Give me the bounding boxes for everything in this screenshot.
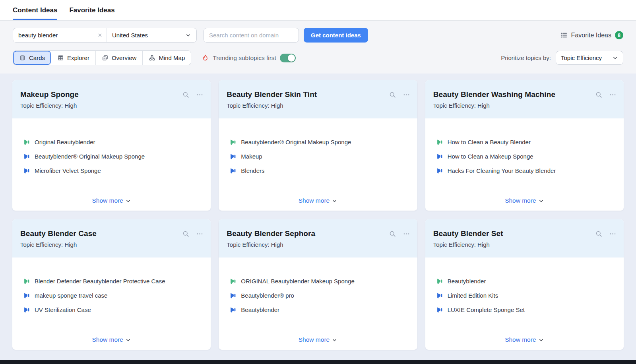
topic-item[interactable]: Beautyblender® pro [230,291,406,300]
search-icon[interactable] [389,230,396,238]
show-more-link[interactable]: Show more [299,336,337,345]
more-options-icon[interactable] [403,230,410,238]
topic-item[interactable]: LUXIE Complete Sponge Set [436,305,613,314]
search-icon[interactable] [389,91,396,99]
chevron-down-icon [612,55,618,61]
megaphone-icon [436,292,443,299]
more-options-icon[interactable] [609,91,617,99]
topic-item[interactable]: How to Clean a Beauty Blender [436,137,613,147]
topic-item[interactable]: Beautyblender [230,305,406,314]
topic-efficiency-label: Topic Efficiency: High [433,241,616,248]
country-select-value: United States [112,32,148,39]
megaphone-icon [23,292,30,299]
prioritize-select-value: Topic Efficiency [561,54,602,61]
card-actions [389,230,410,238]
clear-keyword-icon[interactable] [97,33,103,38]
megaphone-icon [436,139,443,145]
topic-item-label: How to Clean a Beauty Blender [448,137,531,147]
megaphone-icon [436,306,443,313]
mind-map-icon [149,54,155,61]
topic-item-label: Blenders [241,166,264,175]
topic-card-header: Beauty Blender Set Topic Efficiency: Hig… [425,219,624,258]
topic-item[interactable]: Beautyblender [436,277,613,286]
show-more-label: Show more [299,336,330,343]
tab-favorite-ideas[interactable]: Favorite Ideas [69,0,114,20]
topic-item[interactable]: UV Sterilization Case [23,305,200,314]
favorite-ideas-button[interactable]: Favorite Ideas 8 [560,31,623,39]
megaphone-icon [23,167,30,174]
topic-item[interactable]: Beautyblender® Original Makeup Sponge [230,137,406,147]
topic-efficiency-label: Topic Efficiency: High [227,241,409,248]
search-icon[interactable] [182,91,190,99]
tab-content-ideas[interactable]: Content Ideas [13,0,57,20]
get-content-ideas-button[interactable]: Get content ideas [304,28,368,43]
chevron-down-icon [125,337,131,343]
prioritize-select[interactable]: Topic Efficiency [556,51,623,65]
topic-item[interactable]: Blender Defender Beautyblender Protectiv… [23,277,200,286]
topic-efficiency-label: Topic Efficiency: High [433,102,616,109]
view-overview-button[interactable]: Overview [96,51,143,65]
show-more-link[interactable]: Show more [505,336,544,345]
topic-card-title: Beauty Blender Skin Tint [227,90,409,99]
topic-item[interactable]: makeup sponge travel case [23,291,200,300]
toggle-knob [288,54,295,62]
more-options-icon[interactable] [609,230,617,238]
show-more-link[interactable]: Show more [92,336,131,345]
topic-item[interactable]: Microfiber Velvet Sponge [23,166,200,175]
filter-section: United States Get content ideas Favorite… [0,21,636,74]
card-actions [182,230,204,238]
cards-area: Makeup Sponge Topic Efficiency: High [0,74,636,360]
megaphone-icon [23,306,30,313]
topic-list: ORIGINAL Beautyblender Makeup Sponge Bea… [230,277,406,314]
search-icon[interactable] [595,230,603,238]
topic-card-body: Beautyblender Limited Edition Kits LUXIE… [425,258,624,350]
view-switcher: Cards Explorer [13,50,191,65]
view-explorer-button[interactable]: Explorer [51,51,96,65]
show-more-link[interactable]: Show more [92,197,131,206]
show-more-label: Show more [92,197,123,204]
show-more-link[interactable]: Show more [505,197,544,206]
search-icon[interactable] [182,230,190,238]
card-actions [389,91,410,99]
topic-item-label: Beautyblender [241,305,279,314]
topic-card: Beauty Blender Set Topic Efficiency: Hig… [425,219,624,350]
topic-item[interactable]: Original Beautyblender [23,137,200,147]
more-options-icon[interactable] [403,91,410,99]
topic-card-body: Blender Defender Beautyblender Protectiv… [12,258,211,350]
topic-item-label: ORIGINAL Beautyblender Makeup Sponge [241,277,354,286]
topic-item[interactable]: Blenders [230,166,406,175]
show-more-link[interactable]: Show more [299,197,337,206]
topic-item[interactable]: Hacks For Cleaning Your Beauty Blender [436,166,613,175]
topic-card-header: Beauty Blender Sephora Topic Efficiency:… [219,219,417,258]
topic-card-header: Beauty Blender Case Topic Efficiency: Hi… [12,219,211,258]
megaphone-icon [436,167,443,174]
megaphone-icon [230,167,237,174]
topic-card: Beauty Blender Case Topic Efficiency: Hi… [12,219,211,350]
megaphone-icon [230,139,237,145]
megaphone-icon [230,292,237,299]
view-cards-label: Cards [29,54,45,61]
country-select[interactable]: United States [107,28,196,42]
topic-item[interactable]: How to Clean a Makeup Sponge [436,152,613,161]
topic-card: Beauty Blender Skin Tint Topic Efficienc… [219,80,417,211]
card-actions [595,91,617,99]
keyword-input[interactable] [18,32,97,39]
topic-item[interactable]: Limited Edition Kits [436,291,613,300]
trending-subtopics-control: Trending subtopics first [202,54,296,62]
favorite-ideas-label: Favorite Ideas [571,32,611,39]
search-icon[interactable] [595,91,603,99]
topic-efficiency-label: Topic Efficiency: High [20,102,203,109]
topic-item[interactable]: Beautyblender® Original Makeup Sponge [23,152,200,161]
topic-item[interactable]: ORIGINAL Beautyblender Makeup Sponge [230,277,406,286]
view-mindmap-button[interactable]: Mind Map [143,51,191,65]
domain-search-input[interactable] [204,28,299,43]
megaphone-icon [23,153,30,160]
more-options-icon[interactable] [196,91,204,99]
show-more-label: Show more [505,197,536,204]
topic-card-title: Makeup Sponge [20,90,203,99]
topic-item[interactable]: Makeup [230,152,406,161]
view-mindmap-label: Mind Map [159,54,185,61]
trending-subtopics-toggle[interactable] [280,54,296,62]
more-options-icon[interactable] [196,230,204,238]
view-cards-button[interactable]: Cards [13,51,51,65]
